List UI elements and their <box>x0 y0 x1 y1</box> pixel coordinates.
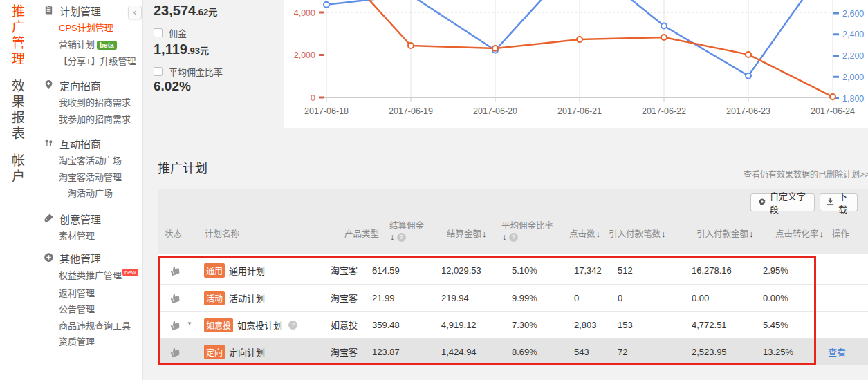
sidebar-item[interactable]: 返利管理 <box>38 285 142 302</box>
table-cell: 淘宝客 <box>331 257 358 284</box>
svg-text:2,200: 2,200 <box>842 51 864 61</box>
column-header: 操作 <box>832 229 849 240</box>
sidebar-item[interactable]: 素材管理 <box>38 228 142 245</box>
sort-arrow-icon[interactable]: ↓ <box>596 229 601 239</box>
table-cell: 5.45% <box>763 312 788 339</box>
sort-arrow-icon[interactable]: ↓ <box>502 231 507 242</box>
column-header[interactable]: 点击转化率↓ <box>775 229 824 240</box>
sidebar-item[interactable]: 我收到的招商需求 <box>38 95 142 111</box>
sidebar-item[interactable]: 我参加的招商需求 <box>38 111 142 128</box>
plan-name: 定向计划 <box>229 345 265 359</box>
help-icon[interactable]: ? <box>288 321 297 330</box>
svg-text:2,000: 2,000 <box>842 73 864 82</box>
plan-name-cell: 通用通用计划 <box>204 257 265 284</box>
table-cell: 17,342 <box>574 257 602 284</box>
avg-commission-ratio-checkbox[interactable] <box>154 67 163 76</box>
view-action-link[interactable]: 查看 <box>828 339 846 365</box>
sidebar-group: 其他管理权益类推广管理new返利管理公告管理商品违规查询工具资质管理 <box>38 250 142 350</box>
column-header: 状态 <box>165 229 182 240</box>
table-cell: 1,424.94 <box>441 339 477 365</box>
table-cell: 4,919.12 <box>441 312 477 339</box>
table-cell: 0 <box>618 285 622 312</box>
download-button[interactable]: 下载 <box>820 193 858 211</box>
table-cell: 123.87 <box>372 339 400 365</box>
sidebar-group-title[interactable]: 创意管理 <box>38 211 142 226</box>
column-header[interactable]: 结算佣金↓? <box>389 220 424 243</box>
table-cell: 8.69% <box>512 339 537 365</box>
sidebar-group: 计划管理CPS计划管理营销计划beta【分享+】升级管理 <box>38 3 142 70</box>
status-thumb-icon[interactable] <box>168 292 181 307</box>
plan-type-badge: 定向 <box>204 345 225 359</box>
promotion-plan-table: 自定义字段 下载 状态计划名称产品类型结算佣金↓?结算金额↓平均佣金比率↓?点击… <box>158 189 868 365</box>
table-cell: 12,029.53 <box>441 257 481 284</box>
table-cell: 4,772.51 <box>692 312 727 339</box>
svg-text:2017-06-24: 2017-06-24 <box>811 106 855 116</box>
commission-checkbox[interactable] <box>154 28 163 37</box>
table-cell: 219.94 <box>441 285 469 312</box>
column-header: 产品类型 <box>344 229 379 240</box>
sidebar-item[interactable]: 【分享+】升级管理 <box>38 53 142 70</box>
sidebar-item[interactable]: 营销计划beta <box>38 37 142 54</box>
column-header[interactable]: 结算金额↓ <box>447 229 487 240</box>
status-caret-icon[interactable]: ▼ <box>187 321 192 327</box>
table-cell: 2,523.95 <box>692 339 727 365</box>
sidebar-item[interactable]: 一淘活动广场 <box>38 185 142 202</box>
column-header[interactable]: 引入付款笔数↓ <box>609 229 666 240</box>
vnav-item[interactable]: 效果报表 <box>7 79 26 142</box>
sort-arrow-icon[interactable]: ↓ <box>820 229 824 239</box>
table-row: ▼如意投如意投计划?如意投359.484,919.127.30%2,803153… <box>158 311 868 338</box>
table-row: 活动活动计划淘宝客21.99219.949.99%000.000.00% <box>158 284 868 311</box>
table-cell: 359.48 <box>372 312 400 339</box>
pin-icon <box>44 79 55 91</box>
sidebar-item[interactable]: 淘宝客活动管理 <box>38 169 142 186</box>
status-thumb-icon[interactable] <box>168 319 181 334</box>
sidebar-group-title[interactable]: 定向招商 <box>38 77 142 93</box>
sidebar-item[interactable]: 权益类推广管理new <box>38 267 142 285</box>
table-cell: 13.25% <box>763 339 793 365</box>
sidebar-item[interactable]: 资质管理 <box>38 334 142 350</box>
status-thumb-icon[interactable] <box>168 345 181 361</box>
table-cell: 如意投 <box>331 312 358 339</box>
table-cell: 21.99 <box>372 285 395 312</box>
sidebar-item[interactable]: 公告管理 <box>38 301 142 318</box>
performance-chart: 02,0004,0001,8002,0002,2002,4002,6002017… <box>284 0 868 128</box>
plan-name: 如意投计划 <box>237 319 282 332</box>
sidebar-group-title[interactable]: 其他管理 <box>38 250 142 265</box>
status-thumb-icon[interactable] <box>168 264 181 279</box>
help-icon[interactable]: ? <box>509 233 518 242</box>
sidebar-item[interactable]: 商品违规查询工具 <box>38 318 142 334</box>
table-cell: 512 <box>618 257 633 284</box>
column-header[interactable]: 点击数↓ <box>569 229 600 240</box>
table-cell: 0.00% <box>763 285 788 312</box>
vnav-item[interactable]: 帐户 <box>7 153 26 185</box>
table-cell: 543 <box>574 339 589 365</box>
sidebar-group: 定向招商我收到的招商需求我参加的招商需求 <box>38 77 142 127</box>
download-icon <box>826 197 835 208</box>
sort-arrow-icon[interactable]: ↓ <box>482 229 487 239</box>
view-deleted-plans-link[interactable]: 查看仍有效果数据的已删除计划>> <box>744 168 868 180</box>
vnav-item[interactable]: 推广管理 <box>7 4 26 68</box>
sidebar: ‹ 计划管理CPS计划管理营销计划beta【分享+】升级管理定向招商我收到的招商… <box>38 0 143 380</box>
column-header[interactable]: 平均佣金比率↓? <box>501 220 553 243</box>
column-header[interactable]: 引入付款金额↓ <box>696 229 754 240</box>
table-header: 自定义字段 下载 状态计划名称产品类型结算佣金↓?结算金额↓平均佣金比率↓?点击… <box>158 189 868 254</box>
svg-text:4,000: 4,000 <box>294 8 315 18</box>
page-title: 推广计划 <box>158 158 207 176</box>
help-icon[interactable]: ? <box>397 233 406 242</box>
sidebar-item[interactable]: 淘宝客活动广场 <box>38 153 142 169</box>
table-cell: 7.30% <box>512 312 537 339</box>
table-cell: 614.59 <box>372 257 400 284</box>
sort-arrow-icon[interactable]: ↓ <box>749 229 754 239</box>
total-settlement-amount: 23,574.62元 <box>154 3 217 19</box>
gear-icon <box>758 198 766 208</box>
sidebar-item[interactable]: CPS计划管理 <box>38 20 142 37</box>
brush-icon <box>44 213 55 224</box>
svg-text:2,600: 2,600 <box>842 9 864 19</box>
sidebar-group-title[interactable]: 计划管理 <box>38 3 142 18</box>
sort-arrow-icon[interactable]: ↓ <box>390 231 395 242</box>
customize-fields-button[interactable]: 自定义字段 <box>750 193 815 211</box>
sidebar-group-title[interactable]: 互动招商 <box>38 135 142 151</box>
table-row: 通用通用计划淘宝客614.5912,029.535.10%17,34251216… <box>158 257 868 284</box>
commission-amount: 1,119.93元 <box>154 41 209 57</box>
sort-arrow-icon[interactable]: ↓ <box>661 229 666 239</box>
